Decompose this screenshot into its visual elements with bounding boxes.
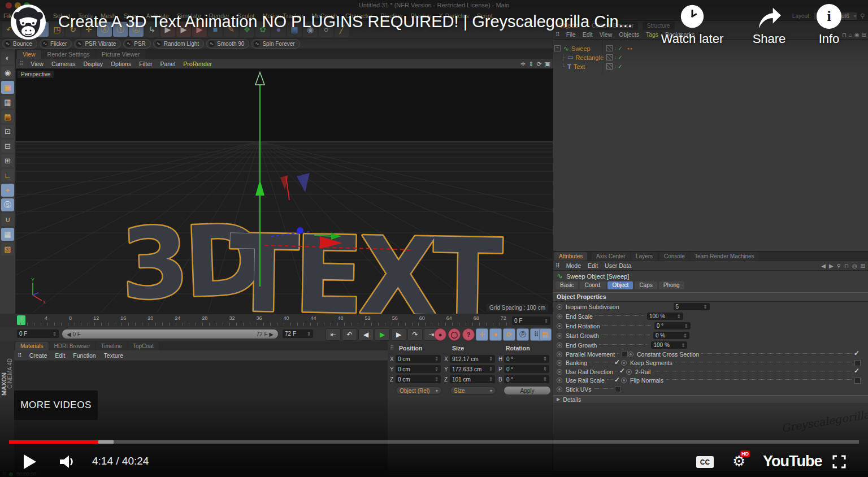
info-button[interactable]: i bbox=[817, 4, 841, 29]
layer-swatch[interactable] bbox=[606, 45, 613, 51]
om-menu-item[interactable]: View bbox=[600, 31, 613, 38]
panel-grip-icon[interactable]: ⠿ bbox=[555, 262, 559, 269]
stepper-icon[interactable]: ⇕ bbox=[683, 333, 687, 339]
camera-label[interactable]: Perspective bbox=[18, 71, 54, 78]
frame-field[interactable]: 0 F⇕ bbox=[17, 329, 59, 338]
size-z-field[interactable]: 101 cm⇕ bbox=[450, 375, 495, 383]
snap-icon[interactable]: Ⓢ bbox=[1, 198, 14, 211]
stepper-icon[interactable]: ⇕ bbox=[52, 331, 57, 337]
tab-phong[interactable]: Phong bbox=[659, 281, 684, 289]
om-menu-item[interactable]: Tags bbox=[646, 31, 658, 38]
keyframe-dot-icon[interactable] bbox=[557, 304, 562, 310]
keyframe-dot-icon[interactable] bbox=[557, 323, 562, 329]
youtube-logo[interactable]: YouTube bbox=[763, 453, 822, 470]
record-parameter-icon[interactable]: Ⓟ bbox=[517, 328, 529, 341]
checkbox[interactable] bbox=[622, 351, 628, 357]
checkbox[interactable] bbox=[620, 368, 626, 375]
checkbox[interactable] bbox=[615, 386, 621, 392]
tab-axis-center[interactable]: Axis Center bbox=[592, 252, 630, 261]
keyframe-dot-icon[interactable] bbox=[621, 378, 627, 383]
track-icon[interactable]: ◎ bbox=[852, 263, 857, 269]
preset-button[interactable]: ∿ PSR Vibrate bbox=[74, 39, 121, 49]
viewport-menu-item[interactable]: Options bbox=[111, 60, 131, 67]
search-icon[interactable]: ⚲ bbox=[860, 12, 865, 20]
pos-y-field[interactable]: 0 cm⇕ bbox=[396, 365, 441, 373]
preset-button[interactable]: ∿ Smooth 90 bbox=[206, 39, 249, 49]
tab-object[interactable]: Object bbox=[607, 281, 633, 289]
home-icon[interactable]: ⌂ bbox=[849, 32, 852, 38]
materials-menu-item[interactable]: Function bbox=[73, 352, 96, 359]
viewport-rotate-icon[interactable]: ⟳ bbox=[536, 60, 541, 68]
eye-icon[interactable]: ◉ bbox=[854, 32, 860, 38]
next-frame-icon[interactable]: ▶ bbox=[391, 328, 406, 341]
render-settings-icon[interactable]: ◉ bbox=[1, 66, 14, 79]
record-position-icon[interactable]: ✛ bbox=[476, 328, 488, 341]
stepper-icon[interactable]: ⇕ bbox=[681, 342, 685, 348]
forward-icon[interactable]: ▶ bbox=[829, 263, 834, 269]
back-icon[interactable]: ◀ bbox=[821, 263, 826, 269]
keyframe-dot-icon[interactable] bbox=[621, 360, 627, 366]
preset-button[interactable]: ∿ Spin Forever bbox=[251, 39, 300, 49]
tab-console[interactable]: Console bbox=[659, 252, 689, 261]
keyframe-dot-icon[interactable] bbox=[557, 314, 562, 319]
size-y-field[interactable]: 172.633 cm⇕ bbox=[450, 365, 495, 373]
om-menu-item[interactable]: Objects bbox=[619, 31, 639, 38]
viewport-filter-icon[interactable]: ⌖ bbox=[1, 184, 14, 197]
channel-avatar[interactable] bbox=[11, 5, 46, 42]
watch-later-label[interactable]: Watch later bbox=[657, 32, 727, 46]
stepper-icon[interactable]: ⇕ bbox=[684, 323, 688, 329]
current-frame-field[interactable]: 0 F⇕ bbox=[512, 316, 550, 325]
checkbox[interactable] bbox=[854, 378, 861, 384]
tab-timeline[interactable]: Timeline bbox=[96, 342, 127, 350]
play-button[interactable] bbox=[24, 454, 36, 469]
keyframe-dot-icon[interactable] bbox=[557, 352, 562, 357]
record-rotation-icon[interactable]: ⟳ bbox=[503, 328, 515, 341]
preset-button[interactable]: ∿ PSR bbox=[123, 39, 151, 49]
more-videos-button[interactable]: MORE VIDEOS bbox=[14, 391, 98, 420]
share-button[interactable] bbox=[756, 6, 782, 32]
checkbox[interactable] bbox=[615, 378, 621, 384]
tab-topcoat[interactable]: TopCoat bbox=[128, 342, 159, 350]
end-frame-field[interactable]: 72 F⇕ bbox=[283, 329, 313, 338]
tree-row-sweep[interactable]: − ∿ Sweep bbox=[554, 44, 591, 53]
tag-icon[interactable]: ●● bbox=[627, 46, 633, 50]
size-x-field[interactable]: 912.17 cm⇕ bbox=[450, 355, 495, 363]
add-panel-icon[interactable]: ⊞ bbox=[862, 32, 866, 38]
keyframe-selection-icon[interactable]: ▤ bbox=[539, 328, 552, 341]
stepper-icon[interactable]: ⇕ bbox=[306, 331, 311, 337]
enabled-check-icon[interactable]: ✓ bbox=[618, 63, 622, 70]
value-field[interactable]: 0 °⇕ bbox=[654, 322, 691, 329]
prev-key-icon[interactable]: ↶ bbox=[342, 328, 357, 341]
record-scale-icon[interactable]: ■ bbox=[489, 328, 502, 341]
tab-view[interactable]: View bbox=[17, 50, 41, 59]
checkbox[interactable] bbox=[854, 351, 861, 357]
edges-mode-icon[interactable]: ⊟ bbox=[1, 140, 14, 153]
viewport-dolly-icon[interactable]: ⇕ bbox=[528, 60, 533, 68]
apply-button[interactable]: Apply bbox=[504, 387, 550, 394]
workplane-icon[interactable]: ▤ bbox=[1, 110, 14, 123]
record-keyframe-icon[interactable]: ● bbox=[434, 328, 446, 341]
tab-basic[interactable]: Basic bbox=[555, 281, 578, 289]
object-label[interactable]: Rectangle bbox=[576, 54, 604, 61]
prev-frame-icon[interactable]: ◀ bbox=[358, 328, 374, 341]
next-key-icon[interactable]: ↷ bbox=[407, 328, 423, 341]
layer-swatch[interactable] bbox=[606, 63, 613, 70]
materials-menu-item[interactable]: Texture bbox=[104, 352, 123, 359]
layer-swatch[interactable] bbox=[606, 54, 613, 60]
rot-h-field[interactable]: 0 °⇕ bbox=[504, 355, 549, 363]
panel-grip-icon[interactable]: ⠿ bbox=[19, 60, 23, 67]
model-mode-icon[interactable]: ▣ bbox=[1, 81, 14, 94]
render-view-icon[interactable]: ◐ bbox=[1, 51, 14, 64]
keying-help-icon[interactable]: ? bbox=[462, 328, 475, 341]
play-icon[interactable]: ▶ bbox=[375, 328, 390, 341]
tree-row-rectangle[interactable]: ├ ▭ Rectangle bbox=[561, 53, 604, 62]
viewport-pan-icon[interactable]: ✛ bbox=[520, 60, 526, 68]
value-field[interactable]: 0 %⇕ bbox=[653, 332, 689, 339]
panel-grip-icon[interactable]: ⠿ bbox=[18, 352, 21, 359]
om-menu-item[interactable]: File bbox=[566, 31, 576, 38]
keyframe-dot-icon[interactable] bbox=[628, 352, 633, 357]
workplane-rotate-icon[interactable]: ▧ bbox=[1, 242, 14, 255]
panel-grip-icon[interactable]: ⠿ bbox=[555, 31, 559, 38]
viewport-menu-item[interactable]: Display bbox=[84, 60, 103, 67]
add-panel-icon[interactable]: ⊞ bbox=[861, 263, 865, 269]
